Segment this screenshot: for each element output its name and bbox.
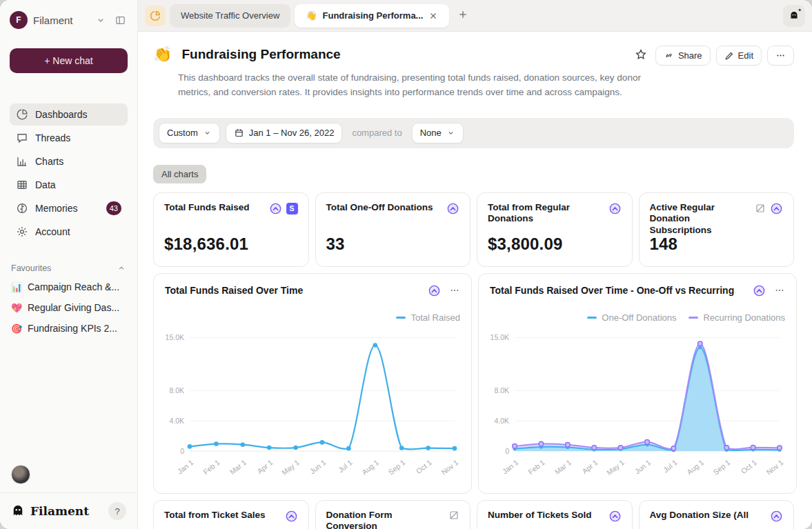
tab-label: Fundraising Performa...	[323, 10, 424, 21]
sidebar-item-threads[interactable]: Threads	[10, 127, 128, 149]
legend-label: One-Off Donations	[602, 312, 676, 323]
kpi-card-total-one-off-donations[interactable]: Total One-Off Donations 33	[315, 192, 471, 267]
workspace-switcher-button[interactable]	[94, 13, 108, 27]
kpi-value: $3,800.09	[488, 234, 563, 254]
kpi-title: Total from Ticket Sales	[164, 510, 279, 521]
legend-label: Total Raised	[410, 312, 460, 323]
sidebar-item-memories[interactable]: Memories 43	[10, 197, 128, 219]
page-header: 👏 Fundraising Performance Share Edit	[153, 46, 794, 66]
metric-source-icon	[608, 510, 622, 523]
favourites-header[interactable]: Favourites	[10, 263, 128, 273]
kpi-card-active-subscriptions[interactable]: Active Regular Donation Subscriptions 14…	[639, 192, 795, 267]
pie-chart-icon	[16, 108, 28, 121]
all-charts-chip[interactable]: All charts	[153, 165, 206, 183]
svg-text:Oct 1: Oct 1	[740, 458, 758, 475]
svg-text:May 1: May 1	[605, 458, 626, 477]
chart-title: Total Funds Raised Over Time - One-Off v…	[490, 285, 753, 296]
svg-text:0: 0	[505, 446, 509, 455]
share-button[interactable]: Share	[655, 46, 711, 66]
more-icon[interactable]	[449, 285, 460, 296]
chevron-down-icon	[95, 14, 106, 26]
more-icon	[775, 50, 786, 61]
bar-chart-icon	[16, 155, 28, 168]
legend-item-recurring: Recurring Donations	[689, 312, 785, 323]
kpi-card-donation-form-conversion[interactable]: Donation Form Conversion	[315, 500, 471, 529]
kpi-card-avg-donation-size[interactable]: Avg Donation Size (All	[639, 500, 795, 529]
sidebar-item-data[interactable]: Data	[10, 174, 128, 196]
dashboard-content: 👏 Fundraising Performance Share Edit	[138, 32, 812, 529]
memories-count-badge: 43	[106, 201, 121, 215]
svg-text:4.0K: 4.0K	[494, 416, 509, 424]
favourite-item-campaign-reach[interactable]: 📊 Campaign Reach &...	[10, 281, 128, 292]
favourite-item-regular-giving[interactable]: 💖 Regular Giving Das...	[10, 302, 128, 313]
area-chart: 04.0K8.0K15.0KJan 1Feb 1Mar 1Apr 1May 1J…	[490, 327, 785, 484]
legend-swatch	[689, 317, 698, 319]
svg-text:May 1: May 1	[280, 458, 301, 477]
svg-text:Sep 1: Sep 1	[386, 458, 406, 476]
sidebar-item-label: Charts	[35, 156, 121, 167]
panel-icon	[115, 14, 126, 26]
chevron-down-icon	[446, 128, 455, 137]
workspace-avatar: F	[10, 11, 28, 29]
range-type-select[interactable]: Custom	[159, 123, 220, 143]
legend-item-one-off: One-Off Donations	[587, 312, 676, 323]
sidebar-item-label: Account	[35, 226, 121, 237]
sidebar-item-dashboards[interactable]: Dashboards	[10, 103, 128, 126]
plus-icon	[457, 9, 468, 20]
svg-text:Nov 1: Nov 1	[764, 458, 784, 476]
brain-icon	[16, 202, 28, 214]
svg-text:Jun 1: Jun 1	[633, 458, 653, 475]
new-tab-button[interactable]	[453, 6, 473, 26]
sidebar-item-charts[interactable]: Charts	[10, 150, 128, 172]
tab-website-traffic-overview[interactable]: Website Traffic Overview	[170, 4, 290, 28]
pie-chart-icon	[149, 10, 161, 22]
sidebar-nav: Dashboards Threads Charts Data Memories …	[10, 103, 128, 243]
edit-button[interactable]: Edit	[716, 46, 762, 66]
favourite-star-button[interactable]	[632, 46, 650, 66]
collapse-sidebar-button[interactable]	[113, 13, 128, 28]
user-avatar[interactable]	[11, 465, 30, 484]
kpi-card-ticket-sales[interactable]: Total from Ticket Sales	[153, 500, 309, 529]
svg-text:Apr 1: Apr 1	[580, 458, 599, 475]
assistant-button[interactable]: ✦	[783, 5, 805, 27]
svg-text:Feb 1: Feb 1	[526, 458, 546, 476]
chevron-up-icon	[117, 263, 126, 273]
new-chat-button[interactable]: + New chat	[10, 48, 128, 73]
kpi-title: Number of Tickets Sold	[488, 510, 603, 521]
date-range-value: Jan 1 – Nov 26, 2022	[249, 128, 335, 138]
chart-card-total-funds-over-time[interactable]: Total Funds Raised Over Time Total Raise…	[153, 273, 472, 494]
kpi-card-total-regular-donations[interactable]: Total from Regular Donations $3,800.09	[477, 192, 633, 267]
tab-fundraising-performance[interactable]: 👋 Fundraising Performa...	[295, 4, 449, 28]
kpi-title: Active Regular Donation Subscriptions	[650, 202, 750, 236]
workspace-header[interactable]: F Filament	[10, 10, 128, 30]
kpi-card-total-funds-raised[interactable]: Total Funds Raised S $18,636.01	[153, 192, 309, 267]
heart-emoji-icon: 💖	[11, 303, 23, 313]
comparison-select[interactable]: None	[412, 123, 464, 143]
kpi-card-tickets-sold[interactable]: Number of Tickets Sold	[477, 500, 633, 529]
clap-emoji-icon: 👏	[153, 46, 172, 63]
svg-text:8.0K: 8.0K	[494, 386, 509, 395]
close-icon[interactable]	[428, 11, 438, 21]
date-range-button[interactable]: Jan 1 – Nov 26, 2022	[226, 123, 343, 143]
edit-label: Edit	[738, 50, 753, 61]
svg-text:Nov 1: Nov 1	[439, 458, 459, 476]
range-type-value: Custom	[167, 128, 198, 138]
legend-label: Recurring Donations	[703, 312, 785, 323]
svg-text:4.0K: 4.0K	[169, 416, 184, 424]
metric-source-icon	[446, 202, 459, 215]
metric-source-icon	[608, 202, 622, 215]
help-button[interactable]: ?	[108, 502, 126, 520]
more-button[interactable]	[767, 46, 794, 66]
svg-text:Aug 1: Aug 1	[685, 458, 705, 476]
filter-bar: Custom Jan 1 – Nov 26, 2022 compared to …	[153, 118, 794, 148]
more-icon[interactable]	[774, 285, 785, 296]
app-window: F Filament + New chat Dashboards Threads…	[0, 0, 812, 529]
stripe-icon: S	[286, 203, 298, 214]
chart-card-one-off-vs-recurring[interactable]: Total Funds Raised Over Time - One-Off v…	[478, 273, 797, 494]
svg-text:Mar 1: Mar 1	[228, 458, 248, 476]
svg-text:Oct 1: Oct 1	[415, 458, 433, 475]
sidebar-item-account[interactable]: Account	[10, 221, 128, 243]
dashboards-home-button[interactable]	[145, 6, 166, 26]
sidebar-footer: Filament ?	[10, 493, 128, 529]
favourite-item-fundraising-kpis[interactable]: 🎯 Fundraising KPIs 2...	[10, 323, 128, 334]
